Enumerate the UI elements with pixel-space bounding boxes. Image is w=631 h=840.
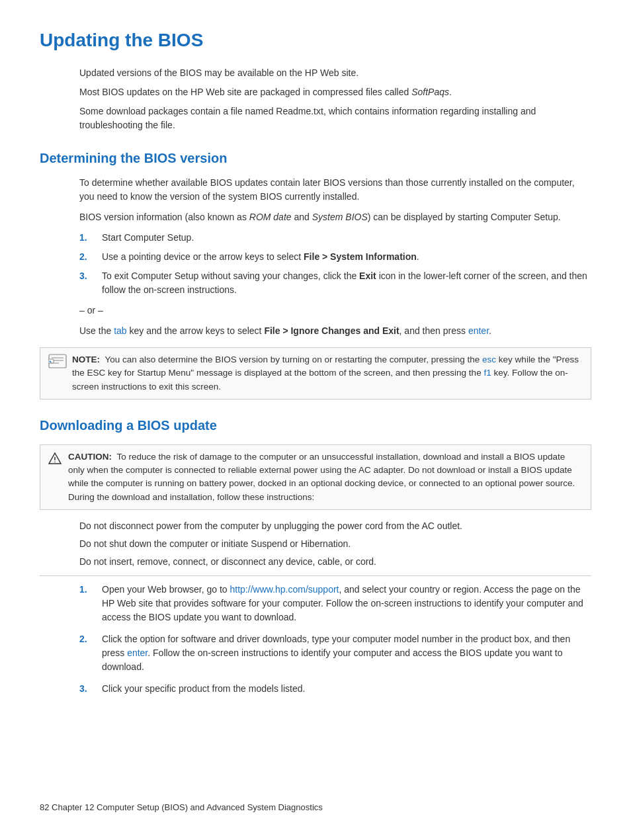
or-divider: – or – [79, 304, 591, 317]
list-item: 2. Click the option for software and dri… [79, 632, 591, 674]
intro-block: Updated versions of the BIOS may be avai… [79, 66, 591, 132]
footer-text: 82 Chapter 12 Computer Setup (BIOS) and … [40, 802, 323, 812]
step-text: Use a pointing device or the arrow keys … [102, 250, 419, 264]
after-or-text: Use the tab key and the arrow keys to se… [79, 324, 591, 338]
step-text: To exit Computer Setup without saving yo… [102, 269, 591, 297]
caution-box: CAUTION: To reduce the risk of damage to… [40, 444, 591, 510]
step-text: Click the option for software and driver… [102, 632, 591, 674]
section1-p2: BIOS version information (also known as … [79, 210, 591, 224]
step-text: Click your specific product from the mod… [102, 682, 305, 696]
caution-text: To reduce the risk of damage to the comp… [68, 452, 575, 502]
list-item: 1. Open your Web browser, go to http://w… [79, 583, 591, 624]
caution-content: CAUTION: To reduce the risk of damage to… [68, 450, 583, 504]
warning-1: Do not disconnect power from the compute… [79, 519, 591, 533]
enter-link[interactable]: enter [468, 325, 489, 336]
svg-point-8 [54, 461, 56, 462]
enter-link-2[interactable]: enter [127, 648, 147, 658]
step-number: 1. [79, 231, 98, 245]
step-number: 2. [79, 632, 98, 646]
f1-link[interactable]: f1 [484, 368, 491, 378]
step-text: Open your Web browser, go to http://www.… [102, 583, 591, 624]
section1-steps: 1. Start Computer Setup. 2. Use a pointi… [79, 231, 591, 297]
hp-support-link[interactable]: http://www.hp.com/support [230, 584, 339, 595]
intro-p2: Most BIOS updates on the HP Web site are… [79, 85, 591, 99]
intro-p1: Updated versions of the BIOS may be avai… [79, 66, 591, 80]
section1-title: Determining the BIOS version [40, 148, 591, 168]
note-label: NOTE: [72, 355, 100, 364]
intro-p3: Some download packages contain a file na… [79, 105, 591, 132]
page-title: Updating the BIOS [40, 26, 591, 54]
section1-p1: To determine whether available BIOS upda… [79, 176, 591, 204]
warning-2: Do not shut down the computer or initiat… [79, 537, 591, 551]
step-text: Start Computer Setup. [102, 231, 194, 245]
caution-icon [48, 452, 63, 469]
section1-body: To determine whether available BIOS upda… [79, 176, 591, 338]
section2-steps: 1. Open your Web browser, go to http://w… [79, 583, 591, 696]
caution-label: CAUTION: [68, 452, 112, 462]
list-item: 3. To exit Computer Setup without saving… [79, 269, 591, 297]
step-number: 3. [79, 682, 98, 696]
esc-link[interactable]: esc [482, 355, 496, 364]
note-box: ✎ NOTE: You can also determine the BIOS … [40, 347, 591, 399]
note-icon: ✎ [48, 354, 67, 368]
list-item: 1. Start Computer Setup. [79, 231, 591, 245]
step-number: 3. [79, 269, 98, 283]
warning-3: Do not insert, remove, connect, or disco… [79, 555, 591, 569]
step-number: 1. [79, 583, 98, 597]
list-item: 2. Use a pointing device or the arrow ke… [79, 250, 591, 264]
list-item: 3. Click your specific product from the … [79, 682, 591, 696]
step-number: 2. [79, 250, 98, 264]
page-footer: 82 Chapter 12 Computer Setup (BIOS) and … [40, 801, 323, 814]
section2-title: Downloading a BIOS update [40, 415, 591, 435]
warnings-block: Do not disconnect power from the compute… [79, 519, 591, 569]
tab-link[interactable]: tab [114, 325, 126, 336]
section2-steps-body: 1. Open your Web browser, go to http://w… [79, 583, 591, 696]
divider [40, 575, 591, 576]
note-content: NOTE: You can also determine the BIOS ve… [72, 353, 583, 394]
svg-text:✎: ✎ [49, 360, 52, 364]
